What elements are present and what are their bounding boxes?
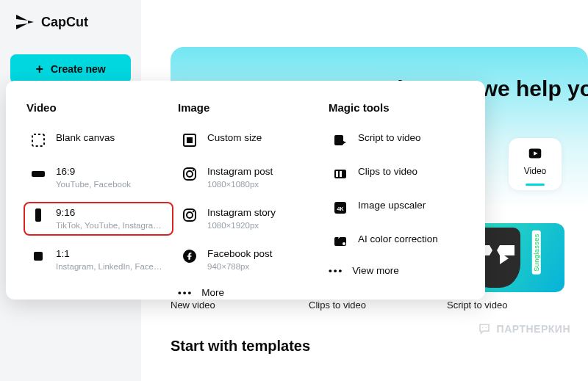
option-label: Instagram post (207, 167, 273, 178)
ratio-16-9-icon (31, 167, 46, 181)
play-icon (527, 145, 543, 162)
option-label: Clips to video (358, 167, 417, 178)
upscale-icon: 4K (333, 200, 348, 215)
option-sub: 1080×1080px (207, 180, 273, 189)
play-icon (500, 253, 509, 264)
svg-text:4K: 4K (337, 206, 344, 211)
option-image-upscaler[interactable]: 4K Image upscaler (329, 197, 472, 218)
option-sub: 1080×1920px (207, 221, 276, 230)
create-new-label: Create new (51, 63, 106, 75)
svg-rect-7 (34, 252, 43, 261)
panel-col-magic: Magic tools Script to video Clips to vid… (329, 101, 479, 300)
option-sub: YouTube, Facebook (56, 180, 131, 189)
option-label: 1:1 (56, 249, 166, 260)
templates-heading: Start with templates (171, 338, 310, 355)
option-label: Instagram story (207, 208, 276, 219)
more-icon: ••• (178, 287, 193, 298)
create-new-button[interactable]: + Create new (10, 54, 131, 84)
option-label: Facebook post (207, 249, 273, 260)
option-16-9[interactable]: 16:9YouTube, Facebook (26, 164, 171, 192)
sunglasses-tag: Sunglasses (532, 231, 541, 275)
option-clips-to-video[interactable]: Clips to video (329, 164, 472, 184)
tab-video[interactable]: Video (509, 138, 562, 190)
option-script-to-video[interactable]: Script to video (329, 130, 472, 150)
svg-point-10 (187, 171, 193, 177)
option-label: Blank canvas (56, 133, 115, 144)
tab-video-label: Video (524, 166, 546, 176)
svg-point-14 (193, 211, 194, 212)
option-sub: Instagram, LinkedIn, Facebook (56, 262, 166, 271)
chat-icon (478, 322, 491, 335)
option-9-16[interactable]: 9:16TikTok, YouTube, Instagram, F… (26, 205, 171, 233)
create-panel: Video Blank canvas 16:9YouTube, Facebook… (6, 81, 485, 300)
svg-point-3 (485, 327, 487, 329)
option-1-1[interactable]: 1:1Instagram, LinkedIn, Facebook (26, 246, 171, 274)
svg-point-13 (187, 212, 193, 218)
clips-icon (333, 167, 348, 181)
ratio-1-1-icon (31, 249, 46, 264)
option-label: Image upscaler (358, 200, 426, 211)
svg-rect-4 (32, 134, 44, 146)
custom-size-icon (182, 133, 197, 148)
active-indicator (526, 184, 545, 186)
option-label: Script to video (358, 133, 421, 144)
card-label: Clips to video (309, 300, 426, 311)
option-label: 16:9 (56, 167, 131, 178)
option-ai-color-correction[interactable]: AI color correction (329, 231, 472, 252)
logo-icon (15, 13, 35, 31)
instagram-icon (182, 167, 197, 181)
option-sub: TikTok, YouTube, Instagram, F… (56, 221, 166, 230)
option-sub: 940×788px (207, 262, 273, 271)
image-more[interactable]: ••• More (178, 287, 321, 298)
plus-icon: + (35, 62, 43, 77)
option-label: Custom size (207, 133, 262, 144)
option-blank-canvas[interactable]: Blank canvas (26, 130, 171, 150)
magic-more[interactable]: ••• View more (329, 265, 472, 276)
svg-point-11 (193, 170, 194, 171)
panel-heading-video: Video (26, 101, 171, 114)
color-icon (333, 234, 348, 249)
facebook-icon (182, 249, 197, 264)
panel-heading-magic: Magic tools (329, 101, 472, 114)
svg-rect-6 (35, 208, 41, 222)
more-label: More (201, 287, 224, 298)
ratio-9-16-icon (31, 208, 46, 222)
more-label: View more (352, 265, 399, 276)
watermark: ПАРТНЕРКИН (478, 322, 570, 335)
option-label: AI color correction (358, 234, 438, 245)
brand-name: CapCut (41, 15, 88, 30)
option-instagram-post[interactable]: Instagram post1080×1080px (178, 164, 321, 192)
panel-col-video: Video Blank canvas 16:9YouTube, Facebook… (26, 101, 178, 300)
svg-rect-5 (32, 171, 45, 177)
svg-rect-19 (340, 171, 342, 177)
brand-logo[interactable]: CapCut (15, 13, 135, 31)
panel-col-image: Image Custom size Instagram post1080×108… (178, 101, 329, 300)
instagram-icon (182, 208, 197, 222)
card-label: Script to video (447, 300, 564, 311)
svg-rect-18 (336, 171, 338, 177)
option-facebook-post[interactable]: Facebook post940×788px (178, 246, 321, 274)
more-icon: ••• (329, 265, 343, 276)
option-instagram-story[interactable]: Instagram story1080×1920px (178, 205, 321, 233)
svg-point-23 (343, 242, 345, 245)
option-label: 9:16 (56, 208, 166, 219)
svg-point-2 (482, 327, 484, 329)
watermark-text: ПАРТНЕРКИН (497, 323, 570, 335)
card-label: New video (171, 300, 288, 311)
blank-canvas-icon (31, 133, 46, 148)
option-custom-size[interactable]: Custom size (178, 130, 321, 150)
panel-heading-image: Image (178, 101, 321, 114)
script-icon (333, 133, 348, 148)
